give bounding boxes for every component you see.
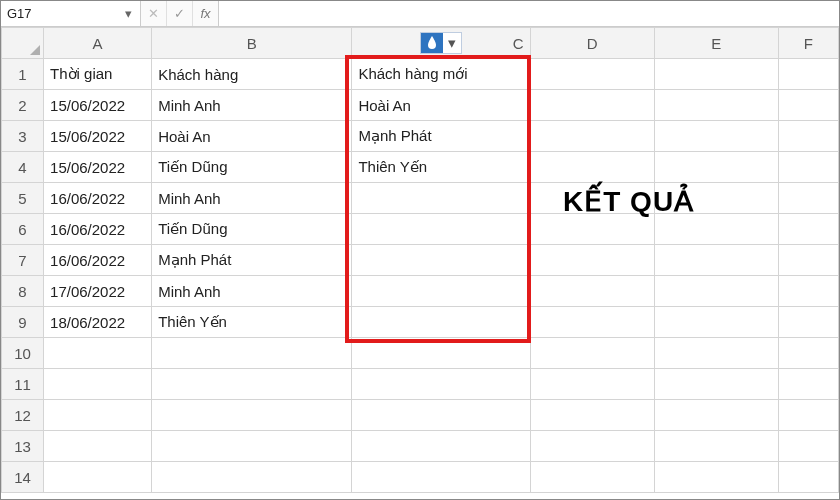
column-header-E[interactable]: E	[654, 28, 778, 59]
cell[interactable]	[778, 245, 838, 276]
row-header[interactable]: 9	[2, 307, 44, 338]
cell[interactable]: 15/06/2022	[44, 121, 152, 152]
cell[interactable]: Thiên Yến	[352, 152, 530, 183]
cell-grid[interactable]: A B C ▾ D E F	[1, 27, 839, 493]
column-header-A[interactable]: A	[44, 28, 152, 59]
formula-input[interactable]	[219, 1, 839, 26]
cell[interactable]	[654, 152, 778, 183]
cell[interactable]	[778, 90, 838, 121]
cell[interactable]: Thiên Yến	[152, 307, 352, 338]
cell[interactable]: 15/06/2022	[44, 90, 152, 121]
cell[interactable]	[44, 431, 152, 462]
cell[interactable]: Khách hàng mới	[352, 59, 530, 90]
cell[interactable]	[654, 338, 778, 369]
confirm-button[interactable]: ✓	[167, 1, 193, 26]
cell[interactable]	[44, 462, 152, 493]
cell[interactable]: 16/06/2022	[44, 183, 152, 214]
cell[interactable]	[352, 338, 530, 369]
cell[interactable]: Khách hàng	[152, 59, 352, 90]
row-header[interactable]: 1	[2, 59, 44, 90]
row-header[interactable]: 2	[2, 90, 44, 121]
cell[interactable]	[152, 369, 352, 400]
cell[interactable]: 16/06/2022	[44, 245, 152, 276]
cell[interactable]	[654, 400, 778, 431]
cell[interactable]	[352, 400, 530, 431]
cell[interactable]	[654, 214, 778, 245]
cell[interactable]: Minh Anh	[152, 276, 352, 307]
cell[interactable]	[352, 245, 530, 276]
cell[interactable]: Minh Anh	[152, 90, 352, 121]
cell[interactable]	[530, 276, 654, 307]
row-header[interactable]: 12	[2, 400, 44, 431]
cell[interactable]	[778, 276, 838, 307]
row-header[interactable]: 11	[2, 369, 44, 400]
row-header[interactable]: 13	[2, 431, 44, 462]
cell[interactable]	[654, 462, 778, 493]
column-header-F[interactable]: F	[778, 28, 838, 59]
cell[interactable]: Mạnh Phát	[152, 245, 352, 276]
row-header[interactable]: 3	[2, 121, 44, 152]
cell[interactable]: 17/06/2022	[44, 276, 152, 307]
cell[interactable]: Tiến Dũng	[152, 152, 352, 183]
cell[interactable]	[530, 152, 654, 183]
cell[interactable]	[778, 369, 838, 400]
cell[interactable]	[530, 462, 654, 493]
cell[interactable]	[778, 462, 838, 493]
cell[interactable]	[778, 431, 838, 462]
cell[interactable]	[778, 152, 838, 183]
cancel-button[interactable]: ✕	[141, 1, 167, 26]
flash-fill-button[interactable]: ▾	[420, 32, 462, 54]
cell[interactable]	[778, 59, 838, 90]
cell[interactable]: Tiến Dũng	[152, 214, 352, 245]
cell[interactable]: Mạnh Phát	[352, 121, 530, 152]
column-header-D[interactable]: D	[530, 28, 654, 59]
cell[interactable]	[352, 462, 530, 493]
cell[interactable]	[530, 431, 654, 462]
cell[interactable]	[352, 183, 530, 214]
column-header-B[interactable]: B	[152, 28, 352, 59]
cell[interactable]	[530, 59, 654, 90]
cell[interactable]	[654, 121, 778, 152]
cell[interactable]: Hoài An	[352, 90, 530, 121]
cell[interactable]: 16/06/2022	[44, 214, 152, 245]
cell[interactable]	[352, 307, 530, 338]
cell[interactable]	[152, 400, 352, 431]
cell[interactable]	[778, 214, 838, 245]
cell[interactable]	[530, 400, 654, 431]
column-header-C[interactable]: C ▾	[352, 28, 530, 59]
cell[interactable]	[530, 307, 654, 338]
cell[interactable]: Hoài An	[152, 121, 352, 152]
row-header[interactable]: 6	[2, 214, 44, 245]
row-header[interactable]: 14	[2, 462, 44, 493]
row-header[interactable]: 4	[2, 152, 44, 183]
cell[interactable]	[778, 338, 838, 369]
row-header[interactable]: 5	[2, 183, 44, 214]
cell[interactable]: 18/06/2022	[44, 307, 152, 338]
cell[interactable]: 15/06/2022	[44, 152, 152, 183]
select-all-corner[interactable]	[2, 28, 44, 59]
cell[interactable]: Thời gian	[44, 59, 152, 90]
cell[interactable]	[530, 90, 654, 121]
chevron-down-icon[interactable]: ▾	[122, 8, 134, 20]
cell[interactable]	[530, 338, 654, 369]
cell[interactable]	[352, 431, 530, 462]
cell[interactable]	[654, 307, 778, 338]
row-header[interactable]: 8	[2, 276, 44, 307]
cell[interactable]	[352, 214, 530, 245]
cell[interactable]	[654, 431, 778, 462]
cell[interactable]	[778, 307, 838, 338]
cell[interactable]	[152, 431, 352, 462]
cell[interactable]	[654, 276, 778, 307]
insert-function-button[interactable]: fx	[193, 1, 219, 26]
cell[interactable]	[778, 183, 838, 214]
cell[interactable]	[152, 338, 352, 369]
cell[interactable]	[530, 245, 654, 276]
row-header[interactable]: 7	[2, 245, 44, 276]
chevron-down-icon[interactable]: ▾	[443, 34, 461, 52]
cell[interactable]	[530, 121, 654, 152]
name-box[interactable]: G17 ▾	[1, 1, 141, 26]
cell[interactable]: Minh Anh	[152, 183, 352, 214]
cell[interactable]	[530, 369, 654, 400]
cell[interactable]	[654, 369, 778, 400]
cell[interactable]	[654, 59, 778, 90]
